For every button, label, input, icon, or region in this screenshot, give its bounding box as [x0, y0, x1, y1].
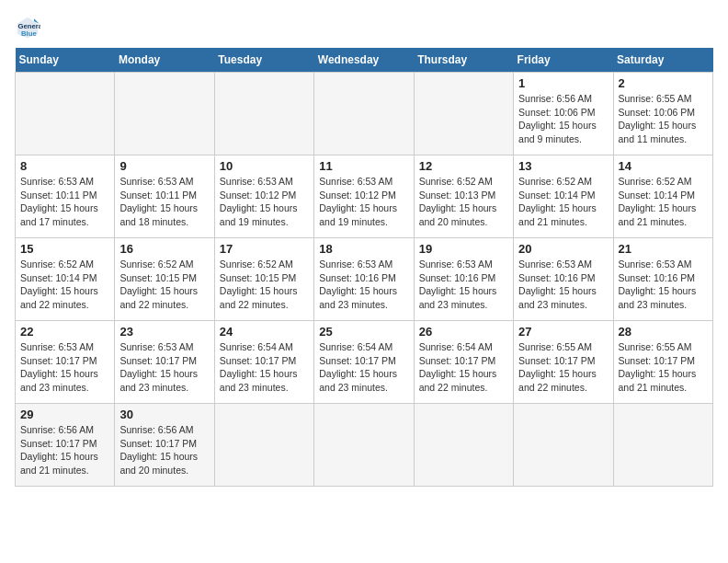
calendar-cell-empty: [16, 73, 115, 155]
day-info: Sunrise: 6:52 AMSunset: 10:15 PMDaylight…: [119, 258, 209, 312]
calendar-cell-empty: [414, 73, 513, 155]
day-info: Sunrise: 6:53 AMSunset: 10:11 PMDaylight…: [20, 175, 109, 229]
calendar-week-2: 15Sunrise: 6:52 AMSunset: 10:14 PMDaylig…: [16, 238, 713, 321]
day-info: Sunrise: 6:54 AMSunset: 10:17 PMDaylight…: [319, 340, 408, 395]
day-info: Sunrise: 6:54 AMSunset: 10:17 PMDaylight…: [220, 340, 309, 395]
calendar-cell-day-11: 11Sunrise: 6:53 AMSunset: 10:12 PMDaylig…: [314, 155, 414, 238]
calendar-cell-day-26: 26Sunrise: 6:54 AMSunset: 10:17 PMDaylig…: [414, 321, 513, 404]
calendar-week-4: 29Sunrise: 6:56 AMSunset: 10:17 PMDaylig…: [16, 404, 713, 487]
day-info: Sunrise: 6:52 AMSunset: 10:14 PMDaylight…: [20, 258, 109, 312]
day-number: 27: [518, 325, 608, 339]
day-number: 12: [419, 159, 508, 173]
calendar-cell-day-28: 28Sunrise: 6:55 AMSunset: 10:17 PMDaylig…: [613, 321, 712, 404]
day-number: 1: [518, 76, 608, 90]
weekday-header-monday: Monday: [115, 48, 214, 73]
day-number: 26: [419, 325, 508, 339]
day-number: 2: [619, 76, 708, 90]
weekday-header-row: SundayMondayTuesdayWednesdayThursdayFrid…: [16, 48, 713, 73]
calendar-cell-day-2: 2Sunrise: 6:55 AMSunset: 10:06 PMDayligh…: [613, 73, 712, 155]
day-number: 10: [220, 159, 309, 173]
calendar-cell-day-22: 22Sunrise: 6:53 AMSunset: 10:17 PMDaylig…: [16, 321, 115, 404]
calendar-cell-empty: [414, 404, 513, 487]
day-info: Sunrise: 6:53 AMSunset: 10:16 PMDaylight…: [619, 258, 708, 312]
day-info: Sunrise: 6:56 AMSunset: 10:17 PMDaylight…: [20, 423, 109, 477]
calendar-cell-day-30: 30Sunrise: 6:56 AMSunset: 10:17 PMDaylig…: [115, 404, 214, 487]
calendar-cell-day-18: 18Sunrise: 6:53 AMSunset: 10:16 PMDaylig…: [314, 238, 414, 321]
day-info: Sunrise: 6:53 AMSunset: 10:17 PMDaylight…: [119, 340, 209, 395]
day-info: Sunrise: 6:53 AMSunset: 10:16 PMDaylight…: [419, 258, 508, 312]
day-info: Sunrise: 6:53 AMSunset: 10:17 PMDaylight…: [20, 340, 109, 395]
calendar-cell-day-17: 17Sunrise: 6:52 AMSunset: 10:15 PMDaylig…: [214, 238, 313, 321]
day-number: 30: [119, 408, 209, 421]
weekday-header-thursday: Thursday: [414, 48, 513, 73]
svg-text:Blue: Blue: [21, 29, 37, 38]
day-info: Sunrise: 6:53 AMSunset: 10:12 PMDaylight…: [319, 175, 408, 229]
calendar-cell-day-24: 24Sunrise: 6:54 AMSunset: 10:17 PMDaylig…: [214, 321, 313, 404]
calendar-cell-day-19: 19Sunrise: 6:53 AMSunset: 10:16 PMDaylig…: [414, 238, 513, 321]
calendar-cell-empty: [115, 73, 214, 155]
calendar-cell-empty: [514, 404, 613, 487]
calendar-week-0: 1Sunrise: 6:56 AMSunset: 10:06 PMDayligh…: [16, 73, 713, 155]
day-info: Sunrise: 6:55 AMSunset: 10:17 PMDaylight…: [518, 340, 608, 395]
calendar-cell-day-12: 12Sunrise: 6:52 AMSunset: 10:13 PMDaylig…: [414, 155, 513, 238]
day-number: 8: [20, 159, 109, 173]
calendar-cell-empty: [214, 73, 313, 155]
calendar-week-1: 8Sunrise: 6:53 AMSunset: 10:11 PMDayligh…: [16, 155, 713, 238]
day-number: 21: [619, 242, 708, 256]
day-number: 16: [119, 242, 209, 256]
weekday-header-sunday: Sunday: [16, 48, 115, 73]
weekday-header-saturday: Saturday: [613, 48, 712, 73]
calendar-cell-empty: [613, 404, 712, 487]
logo-icon: General Blue: [15, 15, 40, 40]
day-info: Sunrise: 6:55 AMSunset: 10:06 PMDaylight…: [619, 92, 708, 146]
day-info: Sunrise: 6:52 AMSunset: 10:15 PMDaylight…: [220, 258, 309, 312]
calendar-week-3: 22Sunrise: 6:53 AMSunset: 10:17 PMDaylig…: [16, 321, 713, 404]
day-number: 19: [419, 242, 508, 256]
calendar-cell-day-20: 20Sunrise: 6:53 AMSunset: 10:16 PMDaylig…: [514, 238, 613, 321]
day-info: Sunrise: 6:55 AMSunset: 10:17 PMDaylight…: [619, 340, 708, 395]
weekday-header-wednesday: Wednesday: [314, 48, 414, 73]
calendar-cell-day-9: 9Sunrise: 6:53 AMSunset: 10:11 PMDayligh…: [115, 155, 214, 238]
day-info: Sunrise: 6:56 AMSunset: 10:06 PMDaylight…: [518, 92, 608, 146]
day-number: 13: [518, 159, 608, 173]
day-number: 9: [119, 159, 209, 173]
day-number: 18: [319, 242, 408, 256]
day-info: Sunrise: 6:54 AMSunset: 10:17 PMDaylight…: [419, 340, 508, 395]
day-number: 29: [20, 408, 109, 421]
day-number: 11: [319, 159, 408, 173]
calendar-cell-day-8: 8Sunrise: 6:53 AMSunset: 10:11 PMDayligh…: [16, 155, 115, 238]
day-number: 25: [319, 325, 408, 339]
calendar-cell-day-16: 16Sunrise: 6:52 AMSunset: 10:15 PMDaylig…: [115, 238, 214, 321]
weekday-header-tuesday: Tuesday: [214, 48, 313, 73]
day-number: 17: [220, 242, 309, 256]
day-number: 15: [20, 242, 109, 256]
calendar-cell-day-1: 1Sunrise: 6:56 AMSunset: 10:06 PMDayligh…: [514, 73, 613, 155]
calendar-cell-empty: [314, 404, 414, 487]
calendar-cell-day-10: 10Sunrise: 6:53 AMSunset: 10:12 PMDaylig…: [214, 155, 313, 238]
weekday-header-friday: Friday: [514, 48, 613, 73]
day-number: 14: [619, 159, 708, 173]
calendar-cell-day-15: 15Sunrise: 6:52 AMSunset: 10:14 PMDaylig…: [16, 238, 115, 321]
day-info: Sunrise: 6:52 AMSunset: 10:13 PMDaylight…: [419, 175, 508, 229]
day-info: Sunrise: 6:53 AMSunset: 10:11 PMDaylight…: [119, 175, 209, 229]
day-number: 28: [619, 325, 708, 339]
day-number: 20: [518, 242, 608, 256]
calendar-cell-day-29: 29Sunrise: 6:56 AMSunset: 10:17 PMDaylig…: [16, 404, 115, 487]
day-info: Sunrise: 6:53 AMSunset: 10:12 PMDaylight…: [220, 175, 309, 229]
calendar-cell-day-13: 13Sunrise: 6:52 AMSunset: 10:14 PMDaylig…: [514, 155, 613, 238]
day-info: Sunrise: 6:52 AMSunset: 10:14 PMDaylight…: [518, 175, 608, 229]
calendar-cell-day-14: 14Sunrise: 6:52 AMSunset: 10:14 PMDaylig…: [613, 155, 712, 238]
page-header: General Blue: [15, 15, 713, 40]
day-info: Sunrise: 6:53 AMSunset: 10:16 PMDaylight…: [319, 258, 408, 312]
calendar-cell-day-23: 23Sunrise: 6:53 AMSunset: 10:17 PMDaylig…: [115, 321, 214, 404]
calendar-cell-day-27: 27Sunrise: 6:55 AMSunset: 10:17 PMDaylig…: [514, 321, 613, 404]
calendar-table: SundayMondayTuesdayWednesdayThursdayFrid…: [15, 48, 713, 487]
calendar-cell-day-21: 21Sunrise: 6:53 AMSunset: 10:16 PMDaylig…: [613, 238, 712, 321]
logo: General Blue: [15, 15, 44, 40]
day-number: 22: [20, 325, 109, 339]
day-info: Sunrise: 6:53 AMSunset: 10:16 PMDaylight…: [518, 258, 608, 312]
day-number: 24: [220, 325, 309, 339]
day-info: Sunrise: 6:56 AMSunset: 10:17 PMDaylight…: [119, 423, 209, 477]
calendar-cell-empty: [314, 73, 414, 155]
calendar-cell-day-25: 25Sunrise: 6:54 AMSunset: 10:17 PMDaylig…: [314, 321, 414, 404]
